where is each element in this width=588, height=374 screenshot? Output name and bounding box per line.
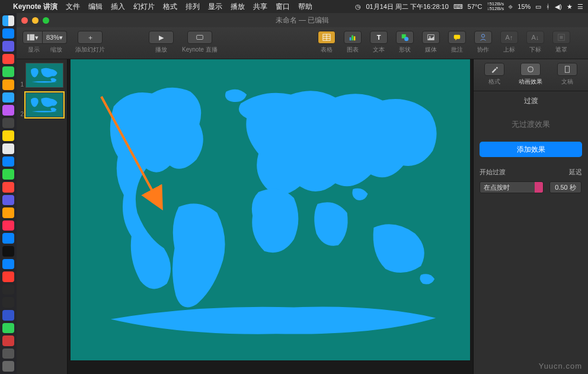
view-button[interactable]: ▾ (23, 31, 43, 44)
dock-app[interactable] (2, 310, 14, 321)
comment-label: 批注 (451, 46, 463, 54)
bluetooth-icon[interactable]: ᚼ (546, 3, 550, 10)
inspector-tab-animate-label: 动画效果 (519, 78, 542, 86)
delay-field[interactable]: 0.50 秒 (549, 181, 581, 193)
status-net-down: ↓512B/s (487, 7, 504, 11)
dock-app[interactable] (2, 105, 14, 116)
world-map-icon (28, 66, 60, 85)
svg-rect-8 (351, 36, 353, 41)
start-transition-select[interactable]: 在点按时 (480, 181, 544, 193)
dock-app[interactable] (2, 349, 14, 359)
app-menu[interactable]: Keynote 讲演 (13, 2, 57, 12)
dock-app[interactable] (2, 297, 14, 308)
dock-app[interactable] (2, 28, 14, 39)
dock-app[interactable] (2, 169, 14, 180)
play-button[interactable]: ▶ (149, 31, 174, 44)
window-titlebar: 未命名 — 已编辑 (17, 13, 588, 27)
dock-app[interactable] (2, 335, 14, 346)
text-button[interactable]: T (370, 31, 388, 44)
dock-app[interactable] (2, 207, 14, 218)
add-effect-button[interactable]: 添加效果 (480, 142, 582, 157)
comment-button[interactable] (448, 31, 466, 44)
menu-arrange[interactable]: 排列 (186, 2, 200, 12)
view-label: 显示 (28, 46, 40, 54)
table-button[interactable] (318, 31, 335, 44)
inspector-tab-format-label: 格式 (488, 78, 500, 86)
slide-navigator: 1 2 (17, 59, 68, 374)
superscript-label: 上标 (503, 46, 515, 54)
menu-share[interactable]: 共享 (253, 2, 267, 12)
window-zoom-button[interactable] (43, 17, 49, 24)
delay-label: 延迟 (555, 168, 582, 177)
play-label: 播放 (155, 46, 167, 54)
slide-number: 1 (19, 81, 24, 88)
search-icon[interactable]: ☰ (577, 3, 583, 11)
dock-trash[interactable] (2, 361, 14, 372)
svg-point-11 (404, 37, 408, 41)
dock-app[interactable] (2, 259, 14, 270)
watermark: Yuucn.com (539, 362, 582, 370)
collab-button[interactable] (474, 31, 492, 44)
dock-app[interactable] (2, 130, 14, 141)
slide-thumb-1[interactable]: 1 (19, 63, 65, 88)
dock-app[interactable] (2, 66, 14, 77)
current-slide[interactable] (71, 59, 470, 360)
zoom-label: 缩放 (50, 46, 62, 54)
menu-slide[interactable]: 幻灯片 (133, 2, 155, 12)
transition-none-label: 无过渡效果 (474, 111, 588, 138)
svg-rect-9 (354, 36, 356, 40)
menu-window[interactable]: 窗口 (276, 2, 290, 12)
mask-button[interactable] (552, 31, 570, 44)
inspector-tab-document[interactable] (557, 63, 577, 76)
add-slide-button[interactable]: ＋ (78, 31, 103, 44)
battery-icon: ▭ (535, 3, 541, 11)
dock-app[interactable] (2, 195, 14, 206)
dock-finder[interactable] (2, 15, 14, 26)
dock-app[interactable] (2, 143, 14, 154)
svg-rect-19 (565, 66, 569, 73)
dock-app[interactable] (2, 41, 14, 52)
menu-view[interactable]: 显示 (208, 2, 222, 12)
svg-rect-2 (197, 36, 203, 40)
subscript-button[interactable]: A↓ (526, 31, 544, 44)
inspector-tab-format[interactable] (484, 63, 504, 76)
slide-canvas[interactable] (68, 59, 473, 374)
chart-button[interactable] (344, 31, 362, 44)
status-switch-icon[interactable]: ⎆ (509, 3, 513, 10)
dock-app[interactable] (2, 285, 14, 295)
menu-insert[interactable]: 插入 (111, 2, 125, 12)
dock-app[interactable] (2, 54, 14, 65)
inspector-tab-document-label: 文稿 (561, 78, 573, 86)
dock-app[interactable] (2, 246, 14, 257)
slide-thumb-2[interactable]: 2 (19, 92, 65, 117)
menu-play[interactable]: 播放 (231, 2, 245, 12)
menu-help[interactable]: 帮助 (298, 2, 312, 12)
dock-app[interactable] (2, 156, 14, 167)
zoom-select[interactable]: 83%▾ (43, 31, 67, 44)
add-slide-label: 添加幻灯片 (75, 46, 105, 54)
shape-button[interactable] (396, 31, 414, 44)
window-close-button[interactable] (21, 17, 28, 24)
dock-app[interactable] (2, 79, 14, 90)
media-button[interactable] (422, 31, 440, 44)
dock-app[interactable] (2, 182, 14, 193)
superscript-button[interactable]: A↑ (500, 31, 518, 44)
world-map-shape[interactable] (81, 70, 459, 350)
keynote-window: 未命名 — 已编辑 ▾ 83%▾ 显示缩放 ＋ 添加幻灯片 ▶ 播放 Keyno… (17, 13, 588, 374)
dock-app[interactable] (2, 92, 14, 103)
dock-app[interactable] (2, 323, 14, 334)
menu-edit[interactable]: 编辑 (88, 2, 103, 12)
menu-format[interactable]: 格式 (163, 2, 177, 12)
dock-app[interactable] (2, 271, 14, 282)
menu-file[interactable]: 文件 (66, 2, 80, 12)
dock-app[interactable] (2, 220, 14, 231)
keynote-live-button[interactable] (187, 31, 212, 44)
inspector-tab-animate[interactable] (520, 63, 541, 76)
dock-app[interactable] (2, 118, 14, 129)
window-minimize-button[interactable] (32, 17, 39, 24)
star-icon[interactable]: ★ (567, 3, 573, 11)
dock-app[interactable] (2, 233, 14, 244)
mask-label: 遮罩 (555, 46, 567, 54)
status-keyboard-icon[interactable]: ⌨ (453, 3, 463, 11)
volume-icon[interactable]: ◀) (555, 3, 562, 11)
